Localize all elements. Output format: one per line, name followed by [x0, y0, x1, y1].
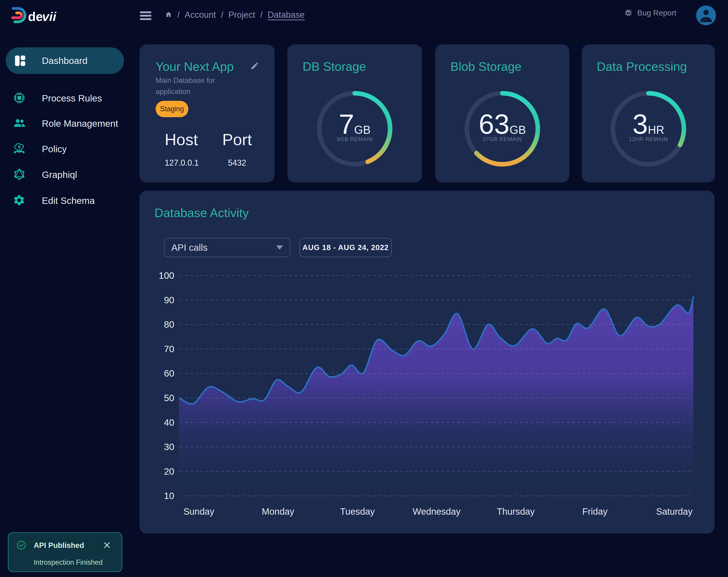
svg-text:vii: vii — [42, 9, 57, 24]
svg-text:de: de — [28, 9, 43, 24]
